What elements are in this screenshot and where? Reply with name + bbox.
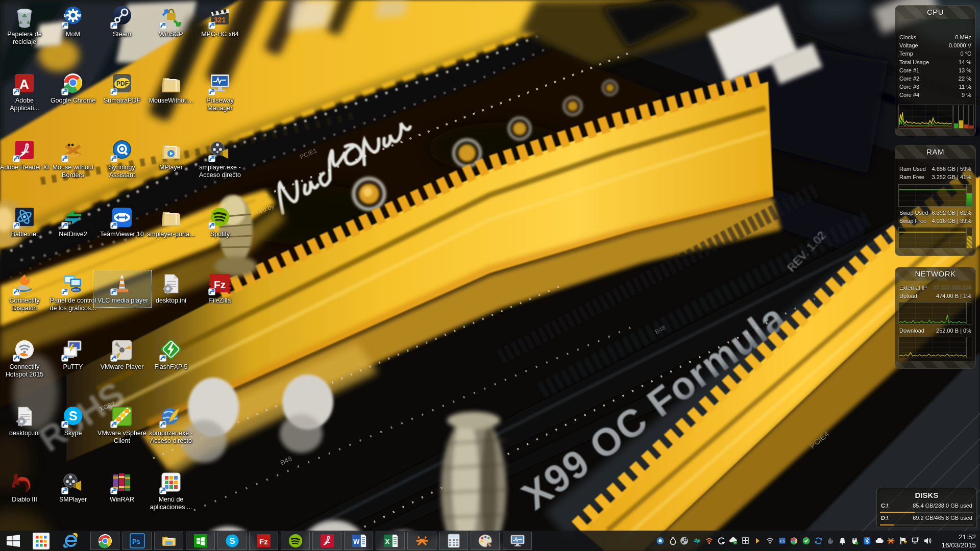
svg-text:M: M [64,13,68,18]
svg-text:S: S [229,536,235,546]
svg-text:M: M [78,13,82,18]
svg-text:A: A [19,77,29,92]
svg-text:Ps: Ps [132,538,140,545]
svg-text:intel: intel [72,288,79,292]
svg-text:Fz: Fz [214,279,226,290]
svg-text:ES: ES [780,539,785,543]
svg-text:W: W [353,538,360,545]
svg-text:S: S [69,408,78,423]
svg-text:PDF: PDF [116,80,129,87]
svg-text:X: X [385,538,389,545]
svg-text:Fz: Fz [259,537,268,546]
svg-text:321: 321 [214,16,226,24]
